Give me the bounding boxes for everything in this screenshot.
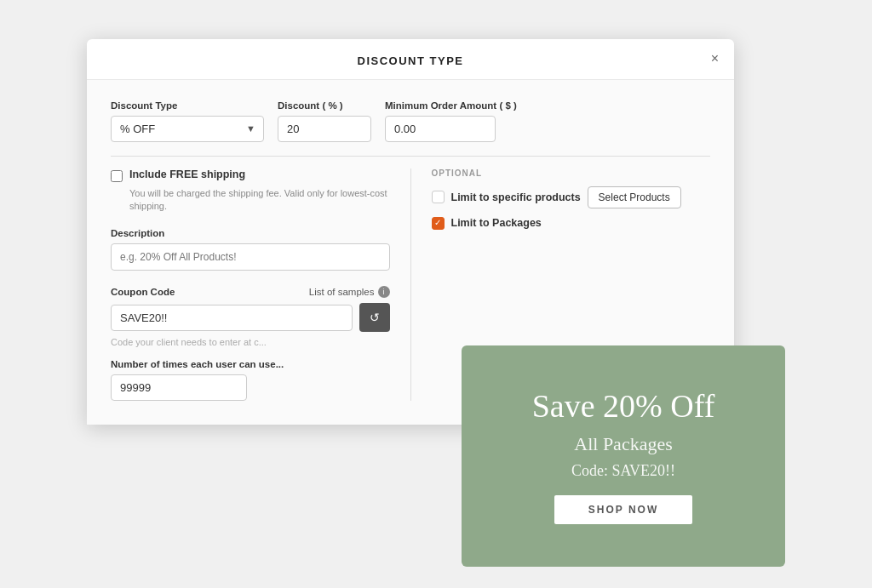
limit-products-row: Limit to specific products Select Produc… bbox=[432, 186, 711, 208]
left-column: Include FREE shipping You will be charge… bbox=[111, 168, 411, 402]
discount-type-label: Discount Type bbox=[111, 100, 264, 111]
close-button[interactable]: × bbox=[711, 52, 719, 66]
limit-products-label: Limit to specific products bbox=[451, 191, 581, 203]
divider bbox=[111, 156, 710, 157]
coupon-code-row-header: Coupon Code List of samples i bbox=[111, 286, 390, 298]
promo-title: Save 20% Off bbox=[532, 387, 715, 426]
promo-code: Code: SAVE20!! bbox=[571, 462, 675, 480]
free-shipping-hint: You will be charged the shipping fee. Va… bbox=[129, 187, 390, 214]
limit-products-checkbox[interactable] bbox=[432, 191, 445, 203]
free-shipping-checkbox[interactable] bbox=[111, 170, 123, 182]
min-order-input[interactable] bbox=[385, 116, 496, 142]
min-order-group: Minimum Order Amount ( $ ) bbox=[385, 100, 517, 142]
description-label: Description bbox=[111, 228, 390, 238]
coupon-input-row: ↺ bbox=[111, 303, 390, 332]
discount-type-select[interactable]: % OFF $ OFF Fixed Price bbox=[111, 116, 264, 142]
discount-type-select-wrapper: % OFF $ OFF Fixed Price ▼ bbox=[111, 116, 264, 142]
top-form-row: Discount Type % OFF $ OFF Fixed Price ▼ … bbox=[111, 100, 710, 142]
promo-subtitle: All Packages bbox=[574, 433, 672, 455]
coupon-code-label: Coupon Code bbox=[111, 287, 175, 297]
min-order-label: Minimum Order Amount ( $ ) bbox=[385, 100, 517, 111]
coupon-hint: Code your client needs to enter at c... bbox=[111, 337, 390, 347]
limit-packages-checkbox[interactable] bbox=[432, 217, 445, 230]
modal-header: DISCOUNT TYPE × bbox=[87, 39, 734, 80]
discount-percent-input[interactable] bbox=[278, 116, 371, 142]
limit-packages-row: Limit to Packages bbox=[432, 217, 711, 230]
usage-section: Number of times each user can use... bbox=[111, 359, 390, 401]
select-products-button[interactable]: Select Products bbox=[588, 186, 681, 208]
usage-input[interactable] bbox=[111, 374, 247, 401]
info-icon: i bbox=[378, 286, 390, 298]
optional-label: OPTIONAL bbox=[432, 168, 711, 178]
description-section: Description bbox=[111, 228, 390, 271]
modal-title: DISCOUNT TYPE bbox=[358, 54, 464, 67]
discount-percent-group: Discount ( % ) bbox=[278, 100, 371, 142]
coupon-section: Coupon Code List of samples i ↺ Code you… bbox=[111, 286, 390, 347]
limit-packages-label: Limit to Packages bbox=[451, 217, 542, 229]
free-shipping-label: Include FREE shipping bbox=[129, 168, 245, 180]
description-input[interactable] bbox=[111, 243, 390, 271]
shop-now-button[interactable]: SHOP NOW bbox=[554, 495, 692, 524]
list-samples-text: List of samples bbox=[309, 287, 375, 297]
refresh-button[interactable]: ↺ bbox=[359, 303, 390, 332]
list-samples-link[interactable]: List of samples i bbox=[309, 286, 390, 298]
discount-type-group: Discount Type % OFF $ OFF Fixed Price ▼ bbox=[111, 100, 264, 142]
coupon-code-input[interactable] bbox=[111, 305, 353, 331]
free-shipping-row: Include FREE shipping bbox=[111, 168, 390, 182]
usage-label: Number of times each user can use... bbox=[111, 359, 390, 369]
discount-percent-label: Discount ( % ) bbox=[278, 100, 371, 111]
promo-card: Save 20% Off All Packages Code: SAVE20!!… bbox=[462, 345, 785, 567]
